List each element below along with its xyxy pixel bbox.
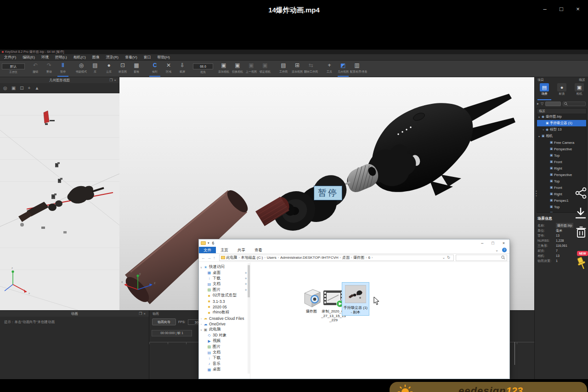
sidebar-item[interactable]: ▦桌面∗ (199, 270, 250, 275)
ribbon-tab-file[interactable]: 文件 (199, 247, 216, 253)
scene-tree-row[interactable]: ▾◉爆炸图.bip (537, 114, 586, 120)
toolbar-button[interactable]: ↶撤销 (28, 61, 42, 77)
toolbar-button[interactable]: ▣上一视图 (244, 61, 258, 77)
file-item-selected[interactable]: 手持吸尘器 (1) - 副本 (342, 283, 369, 315)
scene-tree-row[interactable]: ▣Perspective (537, 171, 586, 178)
scene-tree-row[interactable]: ▣Top (537, 178, 586, 184)
toolbar-button[interactable]: +工具 (322, 61, 336, 77)
breadcrumb-segment[interactable]: Users (267, 256, 277, 260)
scene-tree-row[interactable]: ▣手持吸尘器 (1) (537, 120, 586, 126)
scene-tree-row[interactable]: ▣Right (537, 165, 586, 171)
breadcrumb-segment[interactable]: 6 (368, 256, 370, 260)
breadcrumb-segment[interactable]: 本地磁盘 (C:) (241, 255, 263, 260)
back-icon[interactable]: ← (201, 256, 207, 260)
geometry-tool-icon[interactable]: ⊡ (20, 85, 23, 91)
toolbar-button[interactable]: ●云库 (102, 61, 116, 77)
menu-item[interactable]: 编辑(E) (19, 54, 38, 61)
sidebar-item[interactable]: ▨图片∗ (199, 287, 250, 293)
scene-tree-row[interactable]: ▣Top (537, 152, 586, 159)
sidebar-item[interactable]: ∨▣此电脑 (199, 327, 250, 332)
sidebar-item[interactable]: ▦桌面 (199, 367, 250, 372)
geometry-tool-icon[interactable]: ▣ (11, 85, 16, 91)
sidebar-item[interactable]: ›☁OneDrive (199, 321, 250, 327)
toolbar-button[interactable]: ✕区域 (162, 61, 175, 77)
ribbon-tab[interactable]: 主页 (216, 247, 233, 253)
sidebar-item[interactable]: ▨图片 (199, 344, 250, 349)
menu-item[interactable]: 照明(L) (52, 54, 70, 61)
close-panel-icon[interactable]: × (114, 78, 118, 82)
sidebar-item[interactable]: ▤文档 (199, 350, 250, 355)
menu-item[interactable]: 窗口 (141, 54, 154, 61)
menu-item[interactable]: 图像 (89, 54, 103, 61)
filter-icon[interactable]: ▽ (541, 102, 543, 106)
scene-tree-row[interactable]: ▣Front (537, 159, 586, 165)
minimize-icon[interactable]: – (541, 6, 548, 12)
filter-button[interactable] (545, 102, 561, 106)
scene-tree-row[interactable]: ▣Perspective (537, 146, 586, 152)
menu-item[interactable]: 帮助(H) (154, 54, 173, 61)
maximize-icon[interactable]: □ (558, 6, 565, 12)
refresh-icon[interactable]: ↻ (447, 256, 452, 260)
breadcrumb[interactable]: 此电脑›本地磁盘 (C:)›Users›Administrator.DESKTO… (219, 255, 454, 261)
breadcrumb-segment[interactable]: 此电脑 (226, 255, 237, 260)
sidebar-item[interactable]: ∨★快速访问 (199, 264, 250, 270)
sidebar-item[interactable]: ■3.1-3.3 (199, 298, 250, 304)
sidebar-item[interactable]: ■02开放式造型 (199, 293, 250, 298)
quick-access-toolbar-icon[interactable]: ▾ (208, 241, 209, 245)
toolbar-button[interactable]: ↷重做 (42, 61, 56, 77)
share-icon[interactable] (575, 187, 588, 199)
up-icon[interactable]: ↑ (213, 256, 217, 260)
toolbar-button[interactable]: ◎性能模式 (74, 61, 88, 77)
ribbon-tab[interactable]: 查看 (250, 247, 267, 253)
expand-all-icon[interactable]: ▸ (537, 102, 539, 106)
sidebar-scrollbar[interactable] (248, 263, 250, 374)
toolbar-button[interactable]: ⊡材质图 (116, 61, 130, 77)
sidebar-item[interactable]: ■2020 05 (199, 304, 250, 310)
float-panel-icon[interactable]: ❐ (109, 78, 114, 82)
address-dropdown-icon[interactable]: ⌄ (442, 256, 447, 260)
toolbar-button[interactable]: C实时 (148, 61, 162, 77)
toolbar-button[interactable]: ⇆翻转工作间 (304, 61, 318, 77)
download-icon[interactable] (573, 206, 588, 220)
fov-field[interactable]: 68.6 视角 (193, 63, 213, 74)
explorer-file-area[interactable]: 爆炸图 录制_2020_05_27_13_15_13_229 (250, 262, 509, 379)
sidebar-item[interactable]: ↓下载∗ (199, 276, 250, 281)
scene-tree-row[interactable]: +◉模型 13 (537, 126, 586, 133)
scene-tree-row[interactable]: ▣Free Camera (537, 139, 586, 146)
scene-tree-row[interactable]: ▾▣相机 (537, 133, 586, 139)
close-panel-icon[interactable]: × (143, 312, 147, 316)
toolbar-button[interactable]: ▣添加相机 (217, 61, 231, 77)
toolbar-button[interactable]: ◩几何视图 (336, 61, 350, 77)
project-tab[interactable]: ●材质 (554, 83, 570, 99)
geometry-tool-icon[interactable]: ◎ (3, 85, 7, 91)
float-panel-icon[interactable]: ❐ (139, 312, 143, 316)
geometry-wireframe-viewport[interactable]: z x (0, 93, 119, 310)
trash-icon[interactable] (575, 226, 587, 239)
sidebar-item[interactable]: ↓下载 (199, 355, 250, 361)
ribbon-collapse-icon[interactable]: ⌄ (495, 248, 498, 252)
animation-wizard-button[interactable]: 动画向导 (152, 318, 176, 325)
toolbar-button[interactable]: ▣锁定相机 (258, 61, 272, 77)
forward-icon[interactable]: → (207, 256, 213, 260)
sidebar-item[interactable]: ♪音乐 (199, 361, 250, 367)
timeline-playhead[interactable] (514, 342, 515, 365)
help-icon[interactable]: ? (502, 248, 507, 252)
explorer-titlebar[interactable]: ▾ 6 – □ × (199, 239, 509, 247)
sidebar-item[interactable]: ◇3D 对象 (199, 333, 250, 338)
toolbar-button[interactable]: ▤工作间 (277, 61, 290, 77)
fps-input[interactable]: 30 (188, 319, 200, 325)
sidebar-item[interactable]: ■rhino教程 (199, 310, 250, 315)
menu-item[interactable]: 环境 (38, 54, 52, 61)
close-icon[interactable]: × (574, 6, 582, 12)
pin-icon[interactable] (574, 256, 588, 271)
menu-item[interactable]: 相机(C) (70, 54, 89, 61)
panel-splitter[interactable]: ••• (536, 190, 537, 197)
geometry-tool-icon[interactable]: ▲ (34, 85, 39, 91)
toolbar-button[interactable]: ▦窗格 (130, 61, 143, 77)
toolbar-button[interactable]: ▥配置程序/查看 (350, 61, 364, 77)
sidebar-item[interactable]: ▤文档∗ (199, 281, 250, 287)
workspace-dropdown[interactable]: 默认 工作区 (2, 63, 25, 74)
search-input[interactable] (456, 255, 507, 261)
menu-item[interactable]: 渲染(R) (103, 54, 122, 61)
sidebar-item[interactable]: ▶视频 (199, 338, 250, 344)
